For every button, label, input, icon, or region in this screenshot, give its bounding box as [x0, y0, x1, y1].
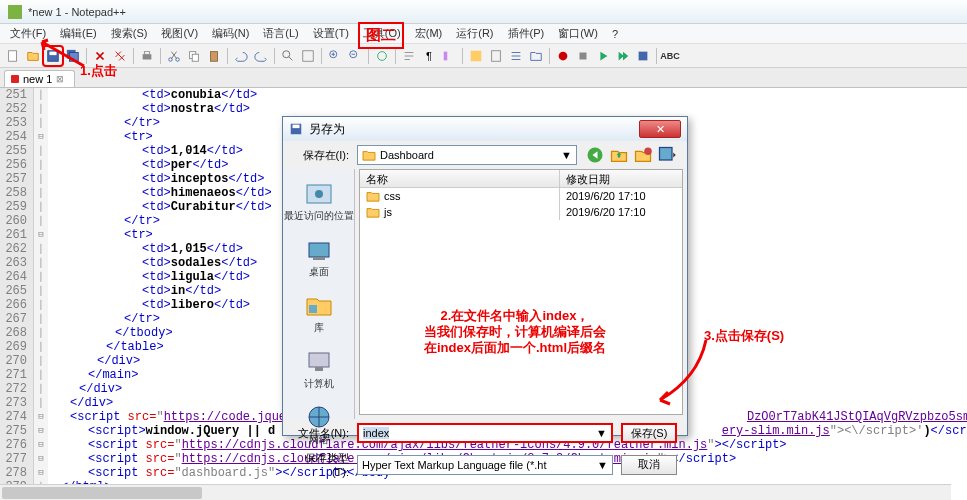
- annotation-arrow-1: [36, 38, 86, 68]
- view-menu-button[interactable]: [657, 145, 677, 165]
- folder-button[interactable]: [527, 47, 545, 65]
- menu-item[interactable]: 语言(L): [257, 24, 304, 43]
- save-dialog-button[interactable]: 保存(S): [621, 423, 677, 443]
- save-macro-button[interactable]: [634, 47, 652, 65]
- svg-point-8: [176, 57, 180, 61]
- file-row[interactable]: js2019/6/20 17:10: [360, 204, 682, 220]
- annotation-step3: 3.点击保存(S): [704, 327, 784, 345]
- print-button[interactable]: [138, 47, 156, 65]
- wrap-button[interactable]: [400, 47, 418, 65]
- replace-button[interactable]: [299, 47, 317, 65]
- sync-button[interactable]: [373, 47, 391, 65]
- tab-label: new 1: [23, 73, 52, 85]
- svg-rect-0: [9, 50, 17, 61]
- spell-check-button[interactable]: ABC: [661, 47, 679, 65]
- paste-button[interactable]: [205, 47, 223, 65]
- tab-close-icon[interactable]: ⊠: [56, 74, 66, 84]
- menu-item[interactable]: 视图(V): [155, 24, 204, 43]
- svg-rect-17: [471, 50, 482, 61]
- svg-rect-11: [211, 51, 218, 61]
- tab-new1[interactable]: new 1 ⊠: [4, 70, 75, 87]
- col-name-header[interactable]: 名称: [360, 170, 560, 187]
- new-file-button[interactable]: [4, 47, 22, 65]
- annotation-arrow-3: [650, 338, 710, 408]
- places-bar: 最近访问的位置桌面库计算机网络: [283, 169, 355, 419]
- svg-rect-13: [303, 50, 314, 61]
- svg-rect-30: [313, 257, 325, 260]
- up-folder-button[interactable]: [609, 145, 629, 165]
- tab-dirty-icon: [11, 75, 19, 83]
- line-number-gutter: 2512522532542552562572582592602612622632…: [0, 88, 34, 500]
- svg-rect-20: [580, 52, 587, 59]
- window-title: *new 1 - Notepad++: [28, 6, 126, 18]
- svg-rect-23: [293, 125, 300, 129]
- svg-point-7: [169, 57, 173, 61]
- place-item[interactable]: 库: [283, 285, 354, 341]
- svg-point-28: [315, 190, 323, 198]
- code-line[interactable]: <td>nostra</td>: [48, 102, 967, 116]
- menu-item[interactable]: 搜索(S): [105, 24, 154, 43]
- filename-input[interactable]: index ▼: [357, 423, 613, 443]
- col-date-header[interactable]: 修改日期: [560, 170, 682, 187]
- play-macro-button[interactable]: [594, 47, 612, 65]
- lang-button[interactable]: [467, 47, 485, 65]
- fold-column: │││⊟││││││⊟││││││││││││⊟⊟⊟⊟⊟│: [34, 88, 48, 500]
- place-item[interactable]: 计算机: [283, 341, 354, 397]
- dialog-close-button[interactable]: ✕: [639, 120, 681, 138]
- copy-button[interactable]: [185, 47, 203, 65]
- menu-item[interactable]: 宏(M): [409, 24, 449, 43]
- menu-item[interactable]: 插件(P): [502, 24, 551, 43]
- svg-rect-33: [315, 367, 323, 371]
- svg-rect-6: [144, 51, 149, 54]
- zoom-out-button[interactable]: [346, 47, 364, 65]
- menu-item[interactable]: ?: [606, 26, 624, 42]
- menubar: 文件(F)编辑(E)搜索(S)视图(V)编码(N)语言(L)设置(T)工具(O)…: [0, 24, 967, 44]
- stop-macro-button[interactable]: [574, 47, 592, 65]
- menu-item[interactable]: 设置(T): [307, 24, 355, 43]
- window-titlebar: *new 1 - Notepad++: [0, 0, 967, 24]
- annotation-step2: 2.在文件名中输入index， 当我们保存时，计算机编译后会 在index后面加…: [390, 308, 640, 356]
- dialog-titlebar[interactable]: 另存为 ✕: [283, 117, 687, 141]
- menu-item[interactable]: 编码(N): [206, 24, 255, 43]
- svg-point-19: [559, 51, 568, 60]
- filename-label: 文件名(N):: [293, 426, 349, 441]
- place-item[interactable]: 桌面: [283, 229, 354, 285]
- svg-rect-32: [309, 353, 329, 367]
- record-macro-button[interactable]: [554, 47, 572, 65]
- go-back-button[interactable]: [585, 145, 605, 165]
- indent-guide-button[interactable]: [440, 47, 458, 65]
- menu-item[interactable]: 窗口(W): [552, 24, 604, 43]
- redo-button[interactable]: [252, 47, 270, 65]
- filetype-label: 保存类型(T):: [293, 451, 349, 478]
- filetype-combo[interactable]: Hyper Text Markup Language file (*.ht ▼: [357, 455, 613, 475]
- save-as-dialog: 另存为 ✕ 保存在(I): Dashboard ▼ 最近访问的位置桌面库计算机网…: [282, 116, 688, 436]
- svg-rect-16: [444, 51, 448, 60]
- place-item[interactable]: 最近访问的位置: [283, 173, 354, 229]
- annotation-image-label: 图二: [358, 22, 404, 49]
- new-folder-button[interactable]: [633, 145, 653, 165]
- zoom-in-button[interactable]: [326, 47, 344, 65]
- menu-item[interactable]: 运行(R): [450, 24, 499, 43]
- hidden-chars-button[interactable]: ¶: [420, 47, 438, 65]
- svg-point-12: [283, 50, 290, 57]
- tab-strip: new 1 ⊠: [0, 68, 967, 88]
- horizontal-scrollbar[interactable]: [0, 484, 951, 500]
- code-line[interactable]: <td>conubia</td>: [48, 88, 967, 102]
- dialog-title: 另存为: [309, 121, 639, 138]
- app-icon: [8, 5, 22, 19]
- file-row[interactable]: css2019/6/20 17:10: [360, 188, 682, 204]
- undo-button[interactable]: [232, 47, 250, 65]
- func-list-button[interactable]: [507, 47, 525, 65]
- svg-rect-26: [660, 148, 673, 161]
- svg-rect-29: [309, 243, 329, 257]
- find-button[interactable]: [279, 47, 297, 65]
- cancel-dialog-button[interactable]: 取消: [621, 455, 677, 475]
- doc-map-button[interactable]: [487, 47, 505, 65]
- dialog-icon: [289, 122, 303, 136]
- save-in-combo[interactable]: Dashboard ▼: [357, 145, 577, 165]
- cut-button[interactable]: [165, 47, 183, 65]
- file-list[interactable]: 名称 修改日期 css2019/6/20 17:10js2019/6/20 17…: [359, 169, 683, 415]
- toolbar: ¶ ABC: [0, 44, 967, 68]
- play-multi-button[interactable]: [614, 47, 632, 65]
- svg-point-25: [644, 148, 652, 156]
